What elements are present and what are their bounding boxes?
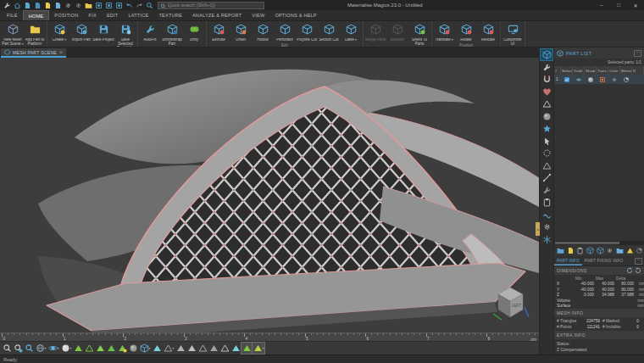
triangles-c-icon[interactable]	[197, 343, 208, 354]
close-button[interactable]: ✕	[627, 0, 644, 10]
load-icon[interactable]	[615, 246, 625, 255]
ribbon-tab-lattice[interactable]: LATTICE	[123, 10, 153, 20]
folder-icon[interactable]	[84, 1, 93, 10]
triangles-f-icon[interactable]	[230, 343, 241, 354]
ribbon-button-hollow[interactable]: Hollow	[252, 22, 274, 42]
more-icon[interactable]	[635, 246, 644, 255]
quality-render-icon[interactable]	[106, 343, 116, 354]
ribbon-button-customize-ui[interactable]: Customize UI	[502, 22, 524, 47]
platform-view-icon[interactable]: ▾	[139, 343, 151, 354]
shade-wire-icon[interactable]	[95, 343, 105, 354]
ribbon-tab-view[interactable]: VIEW	[247, 10, 269, 20]
refresh-icon[interactable]	[626, 267, 633, 274]
transparency-icon[interactable]	[597, 76, 608, 83]
triangles-d-icon[interactable]	[208, 343, 219, 354]
settings-icon[interactable]	[64, 1, 73, 10]
rotate-view-icon[interactable]: ▾	[47, 343, 59, 354]
color-icon[interactable]	[608, 76, 620, 83]
part-list-column-select[interactable]: Select	[561, 66, 573, 75]
fix-heart-icon[interactable]	[541, 87, 552, 98]
select-part-icon[interactable]	[541, 49, 552, 60]
platform-2-icon[interactable]	[104, 1, 114, 10]
render-extra-icon[interactable]	[117, 343, 127, 354]
ribbon-button-shrinkwrap-part[interactable]: ShrinkWrap Part	[161, 22, 183, 47]
quick-search-input[interactable]	[168, 3, 262, 8]
redo-icon[interactable]	[135, 1, 144, 10]
home-icon[interactable]	[13, 1, 22, 10]
freeze-tool-icon[interactable]	[541, 234, 552, 245]
ribbon-button-new-mesh-part-scene[interactable]: New Mesh Part Scene ▾	[2, 22, 24, 47]
polygon-select-icon[interactable]	[541, 160, 552, 171]
minimize-button[interactable]: –	[593, 0, 610, 10]
visible-eye-icon[interactable]	[573, 76, 585, 83]
save-doc-icon[interactable]	[33, 1, 42, 10]
tab-part-info[interactable]: PART INFO	[554, 256, 582, 265]
ribbon-button-translate[interactable]: Translate ▾	[433, 22, 455, 42]
wave-tool-icon[interactable]	[541, 209, 552, 221]
shading-mode-icon[interactable]: ▾	[60, 343, 72, 354]
part-list-column-visibl[interactable]: Visibl	[573, 66, 585, 75]
copy-part-icon[interactable]	[596, 246, 605, 255]
viewport-3d[interactable]: LEFT	[0, 58, 539, 332]
select-checkbox[interactable]	[561, 76, 573, 83]
ribbon-tab-file[interactable]: FILE	[2, 10, 23, 20]
ribbon-button-polyline-cut[interactable]: Polyline Cut	[296, 22, 318, 42]
quick-search[interactable]	[158, 2, 264, 9]
shading-sphere-icon[interactable]	[585, 76, 597, 83]
platform-3-icon[interactable]	[114, 1, 124, 10]
part-list-column-memo[interactable]: Memo	[620, 66, 632, 75]
tab-part-fixing-info[interactable]: PART FIXING INFO	[582, 256, 626, 265]
part-info-menu-button[interactable]: ⋯	[635, 258, 642, 265]
ribbon-button-rescale[interactable]: Rescale	[477, 22, 499, 42]
part-list-column-r[interactable]: R	[632, 66, 644, 75]
ribbon-tab-analyze-report[interactable]: ANALYZE & REPORT	[187, 10, 247, 20]
ribbon-button-create[interactable]: Create ▾	[48, 22, 70, 42]
platform-1-icon[interactable]	[94, 1, 103, 10]
fix-tool-icon[interactable]	[3, 1, 12, 10]
triangle-select-icon[interactable]	[541, 98, 552, 109]
shade-triangles-icon[interactable]	[73, 343, 83, 354]
scrollbar-thumb[interactable]	[555, 242, 619, 244]
ribbon-tab-options-help[interactable]: OPTIONS & HELP	[269, 10, 321, 20]
view-mode-icon[interactable]: ▾	[35, 343, 47, 354]
zoom-in-icon[interactable]	[13, 343, 23, 354]
ribbon-button-label[interactable]: Label ▾	[340, 22, 362, 42]
ribbon-button-perforator[interactable]: Perforator	[274, 22, 296, 42]
export-icon[interactable]	[625, 246, 635, 255]
ribbon-tab-position[interactable]: POSITION	[49, 10, 83, 20]
update-icon[interactable]	[635, 267, 641, 274]
part-list-row[interactable]: 1	[554, 75, 644, 84]
star-tool-icon[interactable]	[541, 123, 552, 134]
zoom-icon[interactable]	[2, 343, 12, 354]
ribbon-button-autofix[interactable]: AutoFix	[139, 22, 161, 42]
tab-mesh-part-scene[interactable]: MESH PART SCENE ×	[1, 48, 66, 58]
part-list-column-trans[interactable]: Trans	[597, 66, 608, 75]
inspect-icon[interactable]	[605, 246, 614, 255]
ribbon-button-extrude[interactable]: Extrude	[208, 22, 230, 42]
part-list-column-color[interactable]: Color	[608, 66, 620, 75]
duplicate-part-icon[interactable]	[586, 246, 595, 255]
ribbon-tab-texture[interactable]: TEXTURE	[153, 10, 187, 20]
ribbon-button-unify[interactable]: Unify	[183, 22, 205, 42]
ribbon-button-add-part-to-platform[interactable]: Add Part to Platform	[24, 22, 46, 47]
ribbon-button-save-selected-part-s-as[interactable]: Save Selected Part(s) As	[114, 22, 136, 47]
part-list-scrollbar[interactable]	[554, 241, 644, 245]
ribbon-button-rotate[interactable]: Rotate	[455, 22, 477, 42]
memory-icon[interactable]	[620, 76, 632, 83]
gear-tool-icon[interactable]	[541, 221, 552, 232]
ribbon-button-offset[interactable]: Offset	[230, 22, 252, 42]
collapse-handle[interactable]: ◂	[536, 222, 540, 236]
close-icon[interactable]: ×	[59, 50, 63, 54]
measure-line-icon[interactable]	[541, 172, 552, 183]
restore-button[interactable]: □	[610, 0, 627, 10]
marked-triangles-icon[interactable]	[152, 343, 162, 354]
doc-yellow-icon[interactable]	[43, 1, 53, 10]
sphere-render-icon[interactable]	[128, 343, 138, 354]
ribbon-tab-home[interactable]: HOME	[23, 10, 50, 20]
triangles-a-icon[interactable]	[175, 343, 186, 354]
view-cube[interactable]: LEFT	[490, 283, 530, 322]
wireframe-icon[interactable]	[84, 343, 94, 354]
new-doc-icon[interactable]	[566, 246, 575, 255]
part-list-column-shadi[interactable]: Shadi	[585, 66, 597, 75]
fix-wizard-icon[interactable]	[541, 62, 552, 73]
